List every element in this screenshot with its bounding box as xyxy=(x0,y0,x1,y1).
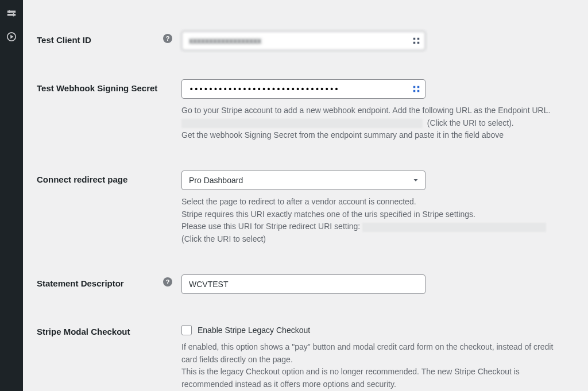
play-menu-icon[interactable] xyxy=(2,28,21,46)
modal-checkout-desc: If enabled, this option shows a "pay" bu… xyxy=(181,341,560,391)
connect-redirect-desc: Select the page to redirect to after a v… xyxy=(181,196,560,246)
row-connect-redirect: Connect redirect page Pro Dashboard Sele… xyxy=(37,164,570,266)
redacted-url[interactable] xyxy=(181,119,423,128)
statement-descriptor-input[interactable] xyxy=(181,274,425,294)
chevron-down-icon xyxy=(412,176,420,184)
settings-form-table: Test Client ID ? Test Webhook Signing Se… xyxy=(36,23,571,391)
label-stripe-modal-checkout: Stripe Modal Checkout xyxy=(37,327,130,336)
row-stripe-modal-checkout: Stripe Modal Checkout Enable Stripe Lega… xyxy=(37,316,570,391)
connect-redirect-select[interactable]: Pro Dashboard xyxy=(181,171,425,190)
svg-rect-1 xyxy=(413,38,416,40)
webhook-secret-desc-1: Go to your Stripe account to add a new w… xyxy=(181,104,560,142)
label-webhook-secret: Test Webhook Signing Secret xyxy=(37,83,157,93)
label-statement-descriptor: Statement Descriptor xyxy=(37,278,124,289)
tools-menu-icon[interactable] xyxy=(2,5,21,23)
input-wrap-statement-descriptor xyxy=(181,274,425,294)
password-manager-icon[interactable] xyxy=(412,84,421,94)
test-client-id-input[interactable] xyxy=(181,31,425,51)
svg-rect-4 xyxy=(417,42,420,44)
enable-legacy-checkout-checkbox[interactable] xyxy=(181,325,192,335)
enable-legacy-checkout-label: Enable Stripe Legacy Checkout xyxy=(198,326,310,335)
help-icon[interactable]: ? xyxy=(163,34,172,43)
svg-rect-5 xyxy=(413,86,416,88)
input-wrap-webhook-secret xyxy=(181,79,425,99)
redacted-redirect-uri[interactable] xyxy=(362,223,546,232)
row-statement-descriptor: Statement Descriptor ? xyxy=(37,268,570,315)
webhook-secret-input[interactable] xyxy=(181,79,425,99)
row-test-client-id: Test Client ID ? xyxy=(37,24,570,71)
sliders-icon xyxy=(6,9,17,19)
svg-rect-6 xyxy=(413,90,416,92)
svg-rect-7 xyxy=(417,86,420,88)
settings-form-panel: Test Client ID ? Test Webhook Signing Se… xyxy=(23,0,588,391)
svg-rect-3 xyxy=(417,38,420,40)
admin-sidebar xyxy=(0,0,23,391)
password-manager-icon[interactable] xyxy=(412,36,421,45)
label-test-client-id: Test Client ID xyxy=(37,34,91,46)
help-icon[interactable]: ? xyxy=(163,277,172,287)
svg-rect-2 xyxy=(413,42,416,44)
row-webhook-secret: Test Webhook Signing Secret Go to your S… xyxy=(37,72,570,162)
select-wrap-connect-redirect: Pro Dashboard xyxy=(181,171,425,190)
input-wrap-test-client-id xyxy=(181,31,425,51)
svg-rect-8 xyxy=(417,90,420,92)
checkbox-row-modal-checkout: Enable Stripe Legacy Checkout xyxy=(181,323,564,335)
play-circle-icon xyxy=(6,32,17,42)
label-connect-redirect: Connect redirect page xyxy=(37,175,127,184)
